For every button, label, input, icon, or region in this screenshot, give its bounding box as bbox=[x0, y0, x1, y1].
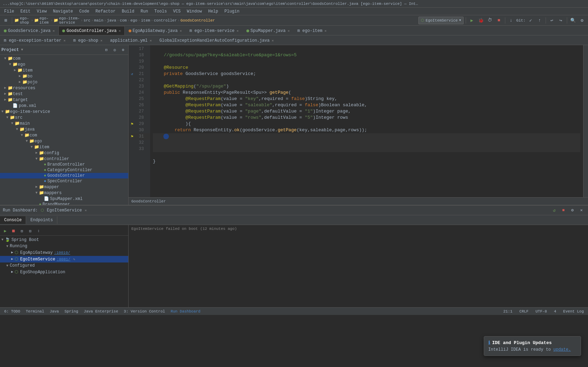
breadcrumb-com[interactable]: com bbox=[120, 18, 127, 23]
breadcrumb-ego-shop[interactable]: 📁 bbox=[14, 18, 19, 23]
menu-code[interactable]: Code bbox=[76, 8, 92, 15]
tab-application-yml[interactable]: application.yml ✕ bbox=[106, 36, 156, 45]
tree-item-item2[interactable]: ▼ 📁 item bbox=[0, 144, 128, 150]
tab-console[interactable]: Console bbox=[0, 216, 26, 224]
edit-icon[interactable]: ✎ bbox=[73, 257, 75, 261]
tab-ego-item-service[interactable]: m ego-item-service ✕ bbox=[186, 26, 243, 35]
run-item-springboot[interactable]: ▼ 🍃 Spring Boot bbox=[0, 236, 128, 243]
collapse-tree-button[interactable]: ⊟ bbox=[18, 227, 26, 235]
debug-button[interactable]: 🐞 bbox=[477, 17, 485, 24]
breadcrumb-java[interactable]: java bbox=[107, 18, 116, 23]
tree-item-mappers[interactable]: ▼ 📁 mappers bbox=[0, 190, 128, 196]
breadcrumb-ego-item-service[interactable]: 📁 bbox=[54, 18, 58, 23]
tab-ego-shop[interactable]: m ego-shop ✕ bbox=[70, 36, 106, 45]
tab-goodsservice[interactable]: GoodsService.java ✕ bbox=[0, 26, 58, 35]
run-item-running[interactable]: ▼ Running bbox=[0, 243, 128, 249]
status-terminal[interactable]: Terminal bbox=[24, 309, 46, 314]
breadcrumb-src[interactable]: src bbox=[83, 18, 90, 23]
code-content[interactable]: //goods/spu/page?key=&saleable=true&page… bbox=[150, 45, 583, 197]
tree-item-goodscontroller[interactable]: ● GoodsController bbox=[0, 173, 128, 178]
tree-item-src[interactable]: ▼ 📁 src bbox=[0, 115, 128, 120]
tree-item-mapper-folder[interactable]: ► 📁 mapper bbox=[0, 184, 128, 190]
tree-item-config[interactable]: ► 📁 config bbox=[0, 150, 128, 156]
locate-file-button[interactable]: ◎ bbox=[111, 46, 119, 54]
status-todo[interactable]: 6: TODO bbox=[3, 309, 22, 314]
filter-button[interactable]: ⊡ bbox=[26, 227, 34, 235]
panel-settings-button[interactable]: ⚙ bbox=[569, 207, 576, 214]
sidebar-settings-button[interactable]: ⚙ bbox=[119, 46, 127, 54]
status-java[interactable]: Java bbox=[48, 309, 60, 314]
tab-close-globalexception[interactable]: ✕ bbox=[272, 39, 274, 43]
menu-help[interactable]: Help bbox=[205, 8, 221, 15]
breadcrumb-ego[interactable]: ego bbox=[130, 18, 137, 23]
tree-item-speccontroller[interactable]: ● SpecController bbox=[0, 178, 128, 184]
tree-item-resources[interactable]: ► 📁 resources bbox=[0, 85, 128, 91]
egoapigateway-url[interactable]: :10010/ bbox=[54, 251, 70, 255]
status-indent[interactable]: 4 bbox=[553, 309, 558, 314]
stop-service-button[interactable]: ■ bbox=[560, 207, 567, 214]
breadcrumb-main[interactable]: main bbox=[94, 18, 103, 23]
tab-close-ego-item-service[interactable]: ✕ bbox=[237, 29, 239, 33]
gutter-icon-21[interactable]: ↺ bbox=[129, 72, 136, 76]
search-everywhere-button[interactable]: 🔍 bbox=[569, 17, 577, 24]
project-structure-button[interactable]: ⊞ bbox=[2, 17, 10, 24]
breadcrumb-item[interactable]: item bbox=[141, 18, 150, 23]
tab-endpoints[interactable]: Endpoints bbox=[26, 216, 57, 224]
tree-item-controller[interactable]: ▼ 📁 controller bbox=[0, 156, 128, 162]
menu-window[interactable]: Window bbox=[184, 8, 205, 15]
menu-view[interactable]: View bbox=[34, 8, 50, 15]
redo-button[interactable]: ↪ bbox=[557, 17, 565, 24]
menu-file[interactable]: File bbox=[1, 8, 17, 15]
tree-item-com[interactable]: ▼ 📁 com bbox=[0, 56, 128, 61]
tree-item-brandmapper[interactable]: ● BrandMapper bbox=[0, 202, 128, 205]
tree-item-com2[interactable]: ▼ 📁 com bbox=[0, 132, 128, 138]
tree-item-ego2[interactable]: ▼ 📁 ego bbox=[0, 138, 128, 144]
status-spring[interactable]: Spring bbox=[63, 309, 80, 314]
tab-globalexception[interactable]: GlobalExceptionHandlerAutoConfiguration.… bbox=[156, 36, 278, 45]
tree-item-item-top[interactable]: ► 📁 item bbox=[0, 67, 128, 73]
tab-close-ego-exception-starter[interactable]: ✕ bbox=[64, 39, 66, 43]
tab-goodscontroller[interactable]: GoodsController.java ✕ bbox=[58, 26, 124, 35]
tab-ego-exception-starter[interactable]: m ego-exception-starter ✕ bbox=[0, 36, 70, 45]
undo-button[interactable]: ↩ bbox=[548, 17, 556, 24]
breadcrumb-ego-item[interactable]: 📁 bbox=[34, 18, 39, 23]
run-item-egoapigateway[interactable]: ► ⬡ EgoApiGateway :10010/ bbox=[0, 249, 128, 256]
tree-item-target[interactable]: ► 📁 target bbox=[0, 97, 128, 103]
tab-close-egoapigateway[interactable]: ✕ bbox=[180, 29, 182, 33]
tree-item-java[interactable]: ▼ 📁 java bbox=[0, 126, 128, 132]
tree-item-brandcontroller[interactable]: ● BrandController bbox=[0, 162, 128, 167]
tab-close-goodscontroller[interactable]: ✕ bbox=[119, 29, 121, 33]
breadcrumb-goodscontroller[interactable]: GoodsController bbox=[180, 18, 215, 23]
gutter-bookmark-29[interactable]: ⚑ bbox=[129, 122, 136, 127]
tree-item-pojo[interactable]: ► 📁 pojo bbox=[0, 79, 128, 85]
run-dashboard-close[interactable]: ✕ bbox=[85, 208, 87, 212]
tab-ego-item[interactable]: m ego-item ✕ bbox=[294, 26, 330, 35]
breadcrumb-label-ego-item[interactable]: ego-item bbox=[40, 16, 50, 25]
menu-edit[interactable]: Edit bbox=[18, 8, 33, 15]
tree-item-categorycontroller[interactable]: ● CategoryController bbox=[0, 167, 128, 173]
breadcrumb-label-ego-shop[interactable]: ego-shop bbox=[20, 16, 30, 25]
menu-plugin[interactable]: Plugin bbox=[222, 8, 242, 15]
tree-item-test[interactable]: ► 📁 test bbox=[0, 91, 128, 97]
run-item-egoshopapp[interactable]: ► ⬡ EgoShopApplication bbox=[0, 269, 128, 275]
rerun-button[interactable]: ↺ bbox=[550, 207, 558, 214]
menu-run[interactable]: Run bbox=[138, 8, 151, 15]
tab-close-application-yml[interactable]: ✕ bbox=[150, 39, 152, 43]
right-gutter[interactable] bbox=[583, 45, 588, 197]
gutter-bookmark-31[interactable]: ⚑ bbox=[129, 134, 136, 139]
tree-item-spumapper-xml[interactable]: 📄 SpuMapper.xml bbox=[0, 196, 128, 202]
run-config-dropdown[interactable]: ⬡ EgoItemService ▼ bbox=[418, 17, 464, 24]
breadcrumb-label-ego-item-service[interactable]: ego-item-service bbox=[59, 16, 80, 25]
tree-item-ego[interactable]: ▼ 📁 ego bbox=[0, 61, 128, 67]
tree-item-main[interactable]: ▼ 📁 main bbox=[0, 120, 128, 126]
tab-spumapper[interactable]: SpuMapper.java ✕ bbox=[243, 26, 294, 35]
status-run-dashboard[interactable]: Run Dashboard bbox=[169, 309, 202, 314]
panel-close-button[interactable]: ✕ bbox=[578, 207, 585, 214]
tab-close-ego-shop[interactable]: ✕ bbox=[100, 39, 103, 43]
status-version-control[interactable]: 3: Version Control bbox=[122, 309, 166, 314]
project-dropdown-icon[interactable]: ▼ bbox=[21, 48, 23, 52]
menu-vcs[interactable]: VCS bbox=[170, 8, 183, 15]
git-update-button[interactable]: ↓ bbox=[507, 17, 515, 24]
status-encoding[interactable]: UTF-8 bbox=[534, 309, 548, 314]
egoitemservice-url[interactable]: :8081/ bbox=[57, 257, 71, 261]
